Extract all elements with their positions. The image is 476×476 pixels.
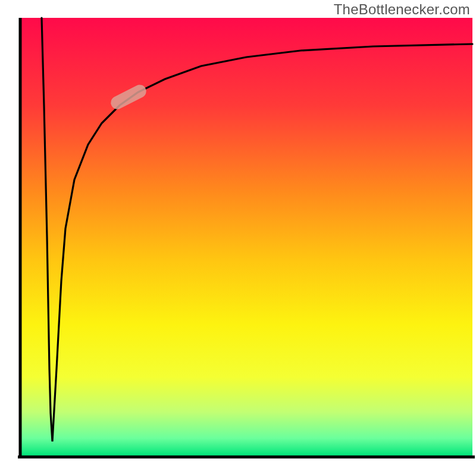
chart-container: TheBottlenecker.com — [0, 0, 476, 476]
plot-background — [20, 18, 472, 456]
chart-svg — [0, 0, 476, 476]
watermark-text: TheBottlenecker.com — [334, 1, 470, 18]
